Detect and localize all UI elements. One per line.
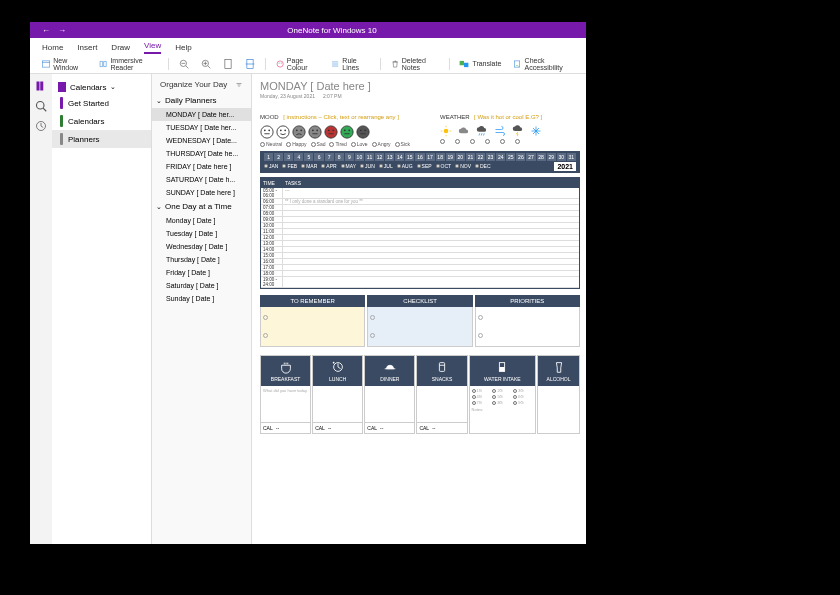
search-icon[interactable]: [35, 100, 47, 112]
page-item[interactable]: Tuesday [ Date ]: [152, 227, 251, 240]
calendar-month[interactable]: MAY: [341, 163, 356, 169]
page-content[interactable]: MONDAY [ Date here ] Monday, 23 August 2…: [252, 74, 586, 544]
forward-button[interactable]: →: [58, 26, 66, 35]
calendar-month[interactable]: OCT: [436, 163, 452, 169]
mood-face-icon[interactable]: [356, 125, 370, 139]
notebook-item[interactable]: Planners: [52, 130, 151, 148]
section-group[interactable]: ⌄Daily Planners: [152, 93, 251, 108]
page-item[interactable]: Sunday [ Date ]: [152, 292, 251, 305]
menu-tab-insert[interactable]: Insert: [77, 43, 97, 54]
back-button[interactable]: ←: [42, 26, 50, 35]
calendar-day[interactable]: 9: [345, 153, 354, 161]
mood-checkbox[interactable]: Neutral: [260, 141, 282, 147]
calendar-day[interactable]: 11: [365, 153, 374, 161]
page-item[interactable]: Monday [ Date ]: [152, 214, 251, 227]
zoom-width-button[interactable]: [241, 57, 259, 71]
calendar-month[interactable]: JUN: [360, 163, 375, 169]
calendar-day[interactable]: 31: [567, 153, 576, 161]
calendar-day[interactable]: 8: [335, 153, 344, 161]
zoom-100-button[interactable]: [219, 57, 237, 71]
calendar-day[interactable]: 14: [395, 153, 404, 161]
water-checkbox[interactable]: 1G: [472, 388, 492, 393]
mood-checkbox[interactable]: Sick: [395, 141, 410, 147]
water-checkbox[interactable]: 8G: [492, 400, 512, 405]
calendar-month[interactable]: AUG: [397, 163, 413, 169]
calendar-day[interactable]: 10: [355, 153, 364, 161]
schedule-row[interactable]: 19:00 - 24:00: [261, 277, 579, 288]
calendar-day[interactable]: 28: [537, 153, 546, 161]
menu-tab-view[interactable]: View: [144, 41, 161, 54]
water-checkbox[interactable]: 7G: [472, 400, 492, 405]
section-group[interactable]: ⌄One Day at a Time: [152, 199, 251, 214]
page-item[interactable]: Friday [ Date ]: [152, 266, 251, 279]
page-item[interactable]: MONDAY [ Date her...: [152, 108, 251, 121]
calendar-day[interactable]: 5: [304, 153, 313, 161]
page-item[interactable]: SATURDAY [ Date h...: [152, 173, 251, 186]
calendar-day[interactable]: 6: [314, 153, 323, 161]
translate-button[interactable]: Translate: [455, 57, 505, 71]
water-checkbox[interactable]: 5G: [492, 394, 512, 399]
calendar-month[interactable]: NOV: [455, 163, 471, 169]
notebook-item[interactable]: Calendars: [52, 112, 151, 130]
calendar-day[interactable]: 24: [496, 153, 505, 161]
mood-checkbox[interactable]: Tired: [329, 141, 346, 147]
schedule-row[interactable]: 05:00 - 06:00---: [261, 188, 579, 199]
water-checkbox[interactable]: 4G: [472, 394, 492, 399]
deleted-notes-button[interactable]: Deleted Notes: [387, 55, 443, 73]
mood-face-icon[interactable]: [260, 125, 274, 139]
calendar-day[interactable]: 30: [557, 153, 566, 161]
page-item[interactable]: TUESDAY [ Date her...: [152, 121, 251, 134]
calendar-day[interactable]: 7: [325, 153, 334, 161]
check-accessibility-button[interactable]: Check Accessibility: [509, 55, 578, 73]
mood-face-icon[interactable]: [292, 125, 306, 139]
calendar-day[interactable]: 15: [405, 153, 414, 161]
zoom-out-button[interactable]: [175, 57, 193, 71]
calendar-day[interactable]: 23: [486, 153, 495, 161]
mood-face-icon[interactable]: [308, 125, 322, 139]
navigation-icon[interactable]: [35, 80, 47, 92]
calendar-day[interactable]: 16: [415, 153, 424, 161]
water-checkbox[interactable]: 2G: [492, 388, 512, 393]
immersive-reader-button[interactable]: Immersive Reader: [95, 55, 162, 73]
calendar-day[interactable]: 3: [284, 153, 293, 161]
sort-icon[interactable]: [235, 81, 243, 89]
menu-tab-home[interactable]: Home: [42, 43, 63, 54]
water-checkbox[interactable]: 9G: [513, 400, 533, 405]
page-item[interactable]: WEDNESDAY [ Date...: [152, 134, 251, 147]
calendar-month[interactable]: JUL: [379, 163, 393, 169]
calendar-day[interactable]: 2: [274, 153, 283, 161]
calendar-day[interactable]: 20: [456, 153, 465, 161]
page-item[interactable]: Wednesday [ Date ]: [152, 240, 251, 253]
mood-face-icon[interactable]: [340, 125, 354, 139]
water-checkbox[interactable]: 3G: [513, 388, 533, 393]
calendar-day[interactable]: 21: [466, 153, 475, 161]
calendar-day[interactable]: 18: [436, 153, 445, 161]
calendar-day[interactable]: 19: [446, 153, 455, 161]
calendar-day[interactable]: 17: [426, 153, 435, 161]
calendar-month[interactable]: MAR: [301, 163, 317, 169]
menu-tab-draw[interactable]: Draw: [111, 43, 130, 54]
recent-icon[interactable]: [35, 120, 47, 132]
mood-face-icon[interactable]: [276, 125, 290, 139]
page-item[interactable]: THURSDAY[ Date he...: [152, 147, 251, 160]
mood-checkbox[interactable]: Sad: [311, 141, 326, 147]
mood-checkbox[interactable]: Love: [351, 141, 368, 147]
calendar-day[interactable]: 26: [516, 153, 525, 161]
page-item[interactable]: FRIDAY [ Date here ]: [152, 160, 251, 173]
page-colour-button[interactable]: Page Colour: [272, 55, 323, 73]
page-item[interactable]: Saturday [ Date ]: [152, 279, 251, 292]
zoom-in-button[interactable]: [197, 57, 215, 71]
notebook-selector[interactable]: Calendars ⌄: [52, 80, 151, 94]
calendar-day[interactable]: 4: [294, 153, 303, 161]
calendar-day[interactable]: 29: [547, 153, 556, 161]
page-item[interactable]: SUNDAY [ Date here ]: [152, 186, 251, 199]
notebook-item[interactable]: Get Started: [52, 94, 151, 112]
calendar-day[interactable]: 13: [385, 153, 394, 161]
page-item[interactable]: Thursday [ Date ]: [152, 253, 251, 266]
calendar-month[interactable]: FEB: [282, 163, 297, 169]
menu-tab-help[interactable]: Help: [175, 43, 191, 54]
page-title[interactable]: MONDAY [ Date here ]: [260, 80, 580, 92]
calendar-month[interactable]: SEP: [417, 163, 432, 169]
new-window-button[interactable]: New Window: [38, 55, 91, 73]
mood-face-icon[interactable]: [324, 125, 338, 139]
